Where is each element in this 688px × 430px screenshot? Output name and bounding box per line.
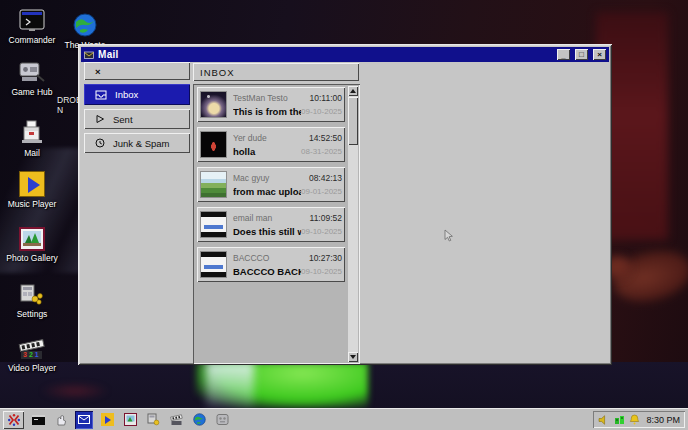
email-thumbnail-figure — [200, 131, 227, 158]
titlebar[interactable]: Mail _ □ × — [81, 47, 609, 62]
scrollbar-thumb[interactable] — [348, 97, 358, 145]
desktop-icon-game-hub[interactable]: Game Hub — [1, 60, 63, 98]
wallpaper-white-streak — [206, 362, 254, 408]
email-date: 09-10-2025 — [301, 107, 342, 116]
desktop-icon-label: Mail — [24, 149, 40, 159]
close-icon: × — [95, 66, 101, 77]
taskbar-clock: 8:30 PM — [644, 415, 680, 425]
taskbar-music-button[interactable] — [98, 411, 116, 429]
maximize-button[interactable]: □ — [575, 49, 588, 60]
start-button[interactable] — [3, 411, 24, 429]
system-tray: 8:30 PM — [593, 411, 685, 428]
email-date: 09-01-2025 — [301, 187, 342, 196]
email-subject: holla — [233, 146, 301, 157]
minimize-button[interactable]: _ — [557, 49, 570, 60]
sidebar-item-label: Sent — [113, 114, 133, 125]
terminal-icon — [32, 415, 45, 425]
taskbar-video-button[interactable] — [167, 411, 185, 429]
desktop-icon-settings[interactable]: Settings — [1, 283, 63, 320]
taskbar-misc-button[interactable] — [213, 411, 231, 429]
email-subject: BACCCO BACK — [233, 266, 301, 277]
desktop-icon-label: Commander — [9, 36, 56, 46]
close-glyph: × — [597, 50, 602, 59]
scroll-down-icon[interactable] — [348, 352, 358, 362]
email-row[interactable]: Mac gyuy 08:42:13 from mac uploaded 09-0… — [197, 167, 345, 202]
photo-icon — [19, 227, 45, 251]
play-icon — [19, 171, 45, 197]
email-sender: email man — [233, 213, 301, 223]
taskbar-photo-button[interactable] — [121, 411, 139, 429]
email-time: 10:11:00 — [301, 93, 342, 103]
settings-icon — [147, 413, 160, 426]
email-sender: BACCCO — [233, 253, 301, 263]
bell-icon[interactable] — [629, 414, 640, 425]
email-time: 11:09:52 — [301, 213, 342, 223]
email-row[interactable]: BACCCO 10:27:30 BACCCO BACK 09-10-2025 — [197, 247, 345, 282]
desktop-icon-label: Video Player — [8, 364, 56, 374]
globe-icon — [193, 413, 206, 426]
hand-icon — [54, 413, 68, 427]
scroll-up-icon[interactable] — [348, 86, 358, 96]
mail-window: Mail _ □ × × Inbox Sent J — [78, 44, 612, 365]
desktop-icon-music-player[interactable]: Music Player — [1, 171, 63, 210]
desktop-icon-mail[interactable]: Mail — [1, 119, 63, 159]
taskbar-mail-button-active[interactable] — [75, 411, 93, 429]
mail-app-icon — [84, 50, 94, 60]
email-subject: from mac uploaded — [233, 186, 301, 197]
close-button[interactable]: × — [593, 49, 606, 60]
settings-icon — [19, 283, 45, 307]
email-row[interactable]: TestMan Testo 10:11:00 This is from the … — [197, 87, 345, 122]
desktop-icon-label: Music Player — [8, 200, 57, 210]
wallpaper-red-glow — [40, 382, 110, 400]
start-logo-icon — [7, 413, 21, 427]
clapper-icon: 321 — [18, 337, 46, 361]
sidebar-item-label: Inbox — [115, 89, 138, 100]
taskbar-waste-button[interactable] — [190, 411, 208, 429]
digit-1: 1 — [35, 351, 41, 358]
misc-app-icon — [216, 413, 229, 426]
email-time: 10:27:30 — [301, 253, 342, 263]
speaker-icon[interactable] — [598, 415, 610, 425]
sidebar-item-inbox[interactable]: Inbox — [84, 84, 190, 105]
email-date: 09-10-2025 — [301, 227, 342, 236]
email-thumbnail-landscape — [200, 171, 227, 198]
music-icon — [101, 413, 114, 426]
desktop-icon-video-player[interactable]: 321 Video Player — [1, 337, 63, 374]
email-time: 14:52:50 — [301, 133, 342, 143]
globe-icon — [72, 12, 98, 38]
email-list: TestMan Testo 10:11:00 This is from the … — [193, 84, 360, 364]
sidebar-item-sent[interactable]: Sent — [84, 109, 190, 129]
taskbar-gamehub-button[interactable] — [52, 411, 70, 429]
minimize-glyph: _ — [561, 51, 565, 60]
mail-package-icon — [20, 119, 44, 146]
desktop-icon-label: Game Hub — [11, 88, 52, 98]
maximize-glyph: □ — [579, 50, 584, 59]
taskbar-terminal-button[interactable] — [29, 411, 47, 429]
email-row[interactable]: email man 11:09:52 Does this still wo… 0… — [197, 207, 345, 242]
email-thumbnail-moon — [200, 91, 227, 118]
sent-icon — [95, 114, 105, 124]
desktop-icon-photo-gallery[interactable]: Photo Gallery — [1, 227, 63, 264]
email-sender: TestMan Testo — [233, 93, 301, 103]
desktop: Commander The Waste Game Hub Mail — [0, 0, 688, 430]
sidebar-item-junk-spam[interactable]: Junk & Spam — [84, 133, 190, 153]
email-time: 08:42:13 — [301, 173, 342, 183]
email-subject: Does this still wo… — [233, 226, 301, 237]
inbox-header-label: INBOX — [200, 67, 235, 78]
sidebar-close-button[interactable]: × — [84, 62, 190, 80]
junk-clock-icon — [95, 138, 105, 148]
taskbar: 8:30 PM — [0, 408, 688, 430]
network-icon[interactable] — [614, 415, 625, 425]
sidebar-item-label: Junk & Spam — [113, 138, 170, 149]
desktop-icon-label: Photo Gallery — [6, 254, 58, 264]
desktop-icon-label: Settings — [17, 310, 48, 320]
gamepad-icon — [18, 60, 46, 85]
mail-icon — [78, 415, 90, 424]
inbox-icon — [95, 90, 107, 100]
taskbar-settings-button[interactable] — [144, 411, 162, 429]
email-subject: This is from the … — [233, 106, 301, 117]
email-list-scrollbar[interactable] — [348, 86, 358, 362]
photo-icon — [124, 413, 137, 426]
inbox-header: INBOX — [193, 63, 359, 81]
email-row[interactable]: Yer dude 14:52:50 holla 08-31-2025 — [197, 127, 345, 162]
